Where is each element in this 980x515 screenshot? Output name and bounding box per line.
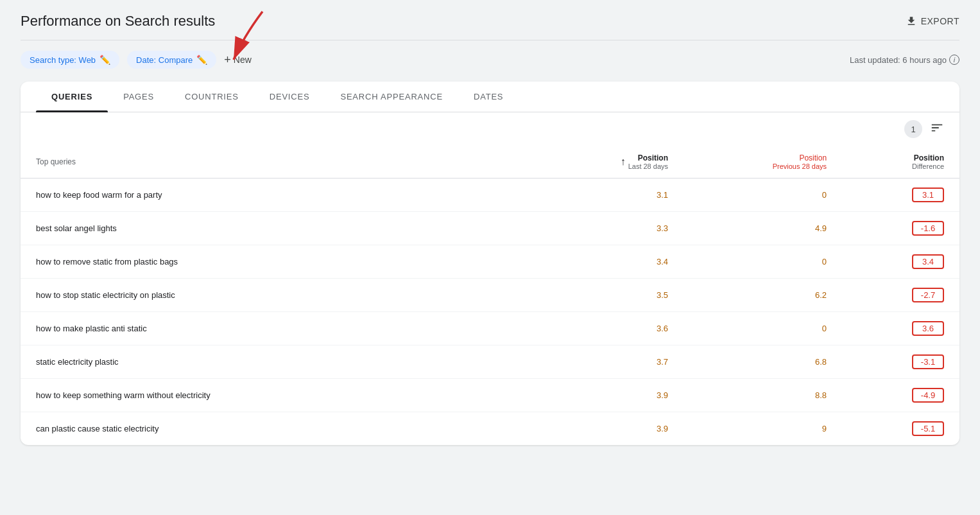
query-cell: static electricity plastic (21, 345, 537, 379)
prev-position-cell: 0 (683, 312, 842, 345)
position-cell: 3.4 (537, 245, 683, 279)
search-type-label: Search type: Web (30, 55, 96, 65)
tab-queries[interactable]: QUERIES (36, 82, 108, 112)
tab-search-appearance[interactable]: SEARCH APPEARANCE (325, 82, 458, 112)
query-cell: how to keep something warm without elect… (21, 379, 537, 412)
date-filter[interactable]: Date: Compare ✏️ (127, 51, 216, 69)
difference-cell: 3.1 (842, 179, 959, 212)
query-cell: can plastic cause static electricity (21, 412, 537, 446)
table-row: can plastic cause static electricity3.99… (21, 412, 959, 446)
difference-cell: 3.4 (842, 245, 959, 279)
difference-cell: -5.1 (842, 412, 959, 446)
difference-cell: -1.6 (842, 212, 959, 245)
prev-position-cell: 8.8 (683, 379, 842, 412)
last-updated: Last updated: 6 hours ago i (850, 55, 959, 65)
filter-row: Search type: Web ✏️ Date: Compare ✏️ + N… (21, 51, 959, 69)
plus-icon: + (224, 53, 231, 67)
query-cell: how to keep food warm for a party (21, 179, 537, 212)
prev-position-cell: 6.2 (683, 279, 842, 312)
position-cell: 3.3 (537, 212, 683, 245)
difference-cell: -3.1 (842, 345, 959, 379)
col-header-query: Top queries (21, 146, 537, 179)
col-header-prev-position[interactable]: Position Previous 28 days (683, 146, 842, 179)
filter-lines-icon (930, 121, 944, 135)
prev-position-cell: 0 (683, 179, 842, 212)
info-icon[interactable]: i (949, 55, 959, 65)
query-cell: how to remove static from plastic bags (21, 245, 537, 279)
difference-cell: -2.7 (842, 279, 959, 312)
export-label: EXPORT (921, 16, 959, 26)
difference-cell: -4.9 (842, 379, 959, 412)
new-button[interactable]: + New (224, 53, 252, 67)
query-cell: best solar angel lights (21, 212, 537, 245)
col-header-difference[interactable]: Position Difference (842, 146, 959, 179)
tab-dates[interactable]: DATES (458, 82, 519, 112)
tabs-row: QUERIES PAGES COUNTRIES DEVICES SEARCH A… (21, 82, 959, 112)
table-row: how to stop static electricity on plasti… (21, 279, 959, 312)
search-type-filter[interactable]: Search type: Web ✏️ (21, 51, 119, 69)
position-cell: 3.1 (537, 179, 683, 212)
tab-devices[interactable]: DEVICES (254, 82, 325, 112)
table-row: best solar angel lights3.34.9-1.6 (21, 212, 959, 245)
position-cell: 3.7 (537, 345, 683, 379)
new-label: New (234, 55, 252, 65)
position-cell: 3.9 (537, 379, 683, 412)
tab-countries[interactable]: COUNTRIES (169, 82, 254, 112)
table-row: how to keep something warm without elect… (21, 379, 959, 412)
tab-pages[interactable]: PAGES (108, 82, 169, 112)
queries-table: Top queries ↑ Position Last 28 days (21, 146, 959, 445)
prev-position-cell: 4.9 (683, 212, 842, 245)
position-cell: 3.5 (537, 279, 683, 312)
prev-position-cell: 0 (683, 245, 842, 279)
prev-position-cell: 6.8 (683, 345, 842, 379)
table-row: how to remove static from plastic bags3.… (21, 245, 959, 279)
table-row: static electricity plastic3.76.8-3.1 (21, 345, 959, 379)
table-row: how to keep food warm for a party3.103.1 (21, 179, 959, 212)
edit-icon-date: ✏️ (196, 55, 207, 65)
date-label: Date: Compare (136, 55, 193, 65)
export-button[interactable]: EXPORT (906, 15, 959, 27)
main-card: QUERIES PAGES COUNTRIES DEVICES SEARCH A… (21, 82, 959, 445)
table-controls: 1 (21, 112, 959, 146)
sort-arrow-icon: ↑ (621, 156, 626, 168)
position-cell: 3.6 (537, 312, 683, 345)
page-title: Performance on Search results (21, 13, 215, 30)
query-cell: how to stop static electricity on plasti… (21, 279, 537, 312)
filter-count-badge: 1 (904, 120, 922, 138)
difference-cell: 3.6 (842, 312, 959, 345)
col-header-position[interactable]: ↑ Position Last 28 days (537, 146, 683, 179)
header-divider (21, 40, 959, 40)
table-row: how to make plastic anti static3.603.6 (21, 312, 959, 345)
query-cell: how to make plastic anti static (21, 312, 537, 345)
download-icon (906, 15, 917, 27)
prev-position-cell: 9 (683, 412, 842, 446)
position-cell: 3.9 (537, 412, 683, 446)
column-filter-button[interactable] (930, 121, 944, 138)
edit-icon: ✏️ (99, 55, 110, 65)
